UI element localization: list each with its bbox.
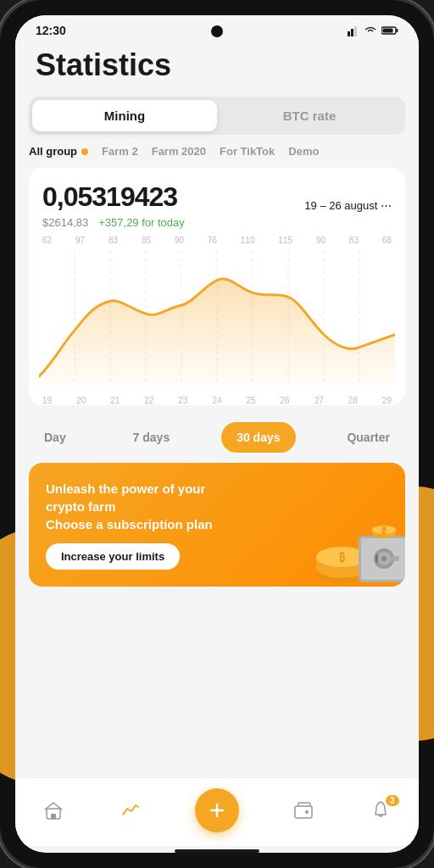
promo-illustration: ₿ ₿ [303, 502, 405, 587]
nav-add[interactable] [185, 785, 249, 836]
main-value: 0,05319423 [42, 175, 185, 213]
svg-rect-26 [376, 554, 378, 563]
period-7days[interactable]: 7 days [118, 422, 186, 453]
phone-frame: 12:30 [0, 0, 434, 868]
svg-rect-4 [397, 29, 398, 32]
period-quarter[interactable]: Quarter [331, 422, 405, 453]
filter-demo[interactable]: Demo [288, 145, 319, 158]
nav-home[interactable] [31, 795, 75, 826]
battery-icon [381, 25, 398, 36]
period-30days[interactable]: 30 days [221, 422, 295, 453]
svg-rect-5 [383, 29, 393, 33]
page-title: Statistics [36, 47, 398, 83]
date-range[interactable]: 19 – 26 august ⋯ [304, 199, 392, 212]
sub-values: $2614,83 +357,29 for today [42, 213, 185, 236]
tab-btcrate[interactable]: BTC rate [217, 100, 402, 131]
filter-farm2[interactable]: Farm 2 [102, 145, 138, 158]
filter-row: All group Farm 2 Farm 2020 For TikTok De… [15, 135, 419, 161]
svg-marker-1 [351, 29, 353, 36]
svg-marker-2 [354, 26, 357, 36]
svg-point-35 [305, 810, 309, 814]
svg-rect-31 [51, 814, 56, 819]
home-icon [42, 798, 65, 822]
y-label-10: 68 [382, 236, 392, 245]
change-value: +357,29 for today [98, 216, 185, 229]
nav-wallet[interactable] [281, 795, 326, 826]
chart-header: 0,05319423 $2614,83 +357,29 for today 19… [42, 175, 392, 236]
y-label-5: 76 [208, 236, 217, 245]
screen: 12:30 [15, 15, 419, 853]
x-label-7: 26 [281, 396, 290, 405]
x-label-5: 24 [212, 396, 221, 405]
y-axis-labels: 62 97 83 85 90 76 110 115 90 83 68 [39, 236, 395, 245]
stats-card: 0,05319423 $2614,83 +357,29 for today 19… [29, 168, 405, 405]
x-label-10: 29 [382, 396, 392, 405]
promo-text: Unleash the power of your crypto farmCho… [46, 480, 215, 533]
svg-rect-25 [391, 556, 399, 561]
plus-icon [207, 800, 227, 821]
camera-notch [211, 25, 223, 37]
nav-stats[interactable] [108, 795, 153, 826]
filter-dot [81, 148, 88, 155]
signal-icon [348, 25, 359, 36]
x-axis-labels: 19 20 21 22 23 24 25 26 27 28 29 [39, 396, 395, 405]
y-label-7: 115 [278, 236, 292, 245]
svg-text:₿: ₿ [339, 550, 345, 564]
svg-point-24 [381, 556, 387, 561]
y-label-9: 83 [349, 236, 359, 245]
x-label-2: 21 [110, 396, 120, 405]
status-time: 12:30 [36, 24, 66, 37]
wifi-icon [364, 25, 377, 36]
y-label-3: 85 [142, 236, 151, 245]
x-label-4: 23 [178, 396, 187, 405]
x-label-0: 19 [42, 396, 52, 405]
y-label-0: 62 [42, 236, 52, 245]
usd-value: $2614,83 [42, 216, 88, 229]
y-label-2: 83 [108, 236, 118, 245]
x-label-8: 27 [314, 396, 324, 405]
y-label-8: 90 [316, 236, 326, 245]
x-label-9: 28 [348, 396, 358, 405]
content: Statistics Mining BTC rate All group Far… [15, 37, 419, 777]
x-label-1: 20 [76, 396, 86, 405]
filter-allgroup[interactable]: All group [29, 145, 88, 158]
period-day[interactable]: Day [29, 422, 81, 453]
add-fab[interactable] [195, 788, 239, 832]
svg-text:₿: ₿ [381, 526, 387, 535]
promo-card: Unleash the power of your crypto farmCho… [29, 463, 405, 587]
x-label-6: 25 [246, 396, 255, 405]
line-chart [39, 251, 395, 385]
status-icons [348, 25, 398, 36]
increase-limits-button[interactable]: Increase your limits [46, 543, 180, 570]
filter-tiktok[interactable]: For TikTok [220, 145, 275, 158]
tab-mining[interactable]: Mining [32, 100, 217, 131]
bottom-indicator [175, 849, 259, 853]
svg-rect-34 [295, 806, 312, 818]
tabs-container: Mining BTC rate [29, 97, 405, 135]
y-label-4: 90 [175, 236, 184, 245]
y-label-1: 97 [75, 236, 85, 245]
svg-marker-0 [348, 31, 350, 36]
chart-line-icon [119, 798, 142, 822]
y-label-6: 110 [241, 236, 255, 245]
header: Statistics [15, 37, 419, 97]
filter-farm2020[interactable]: Farm 2020 [152, 145, 206, 158]
x-label-3: 22 [144, 396, 153, 405]
alerts-badge: 3 [386, 795, 399, 806]
bottom-nav: 3 [15, 777, 419, 846]
nav-alerts[interactable]: 3 [359, 795, 403, 826]
wallet-icon [292, 798, 315, 822]
chart-container: 62 97 83 85 90 76 110 115 90 83 68 [39, 236, 395, 405]
period-row: Day 7 days 30 days Quarter [15, 412, 419, 463]
